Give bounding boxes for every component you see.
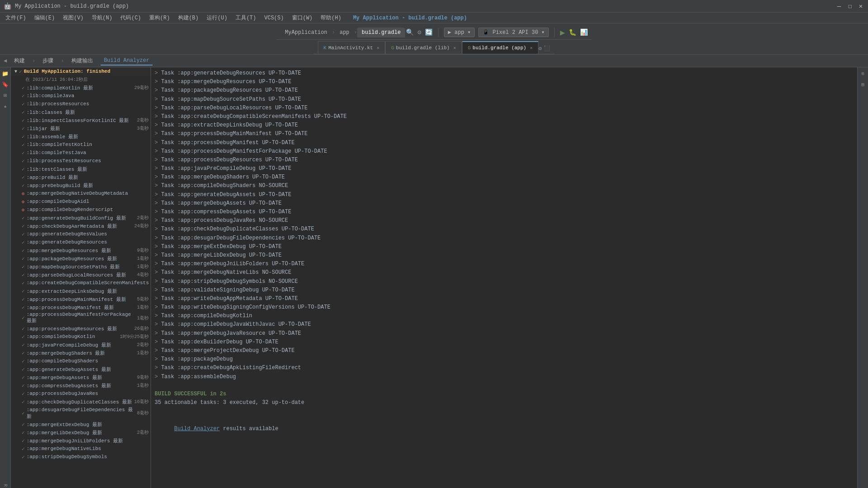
- list-item[interactable]: ✓ :app:desugarDebugFileDependencies 最新 8…: [11, 406, 151, 420]
- project-tab-app[interactable]: app: [335, 28, 354, 38]
- list-item[interactable]: ✓ :app:compileDebugKotlin 1时9分25毫秒: [11, 333, 151, 341]
- build-analyzer-tab[interactable]: Build Analyzer: [100, 56, 153, 66]
- tab-buildgradle-lib[interactable]: G build.gradle (lib) ✕: [385, 41, 462, 54]
- filter-icon[interactable]: ▤: [859, 80, 868, 89]
- menu-edit[interactable]: 编辑(E): [31, 13, 59, 23]
- list-item[interactable]: ✓ :lib:compileKotlin 最新 29毫秒: [11, 84, 151, 92]
- tab-buildgradle-app[interactable]: G build.gradle (app) ✕: [462, 41, 538, 54]
- list-item[interactable]: ✓ :app:parseDebugLocalResources 最新 4毫秒: [11, 271, 151, 279]
- menu-code[interactable]: 代码(C): [117, 13, 145, 23]
- run-button[interactable]: ▶: [560, 28, 565, 38]
- list-item[interactable]: ✓ :app:mergeDebugJniLibFolders 最新: [11, 436, 151, 445]
- minimize-button[interactable]: —: [835, 3, 843, 10]
- list-item[interactable]: ✓ :app:mergeDebugAssets 最新 9毫秒: [11, 373, 151, 381]
- list-item[interactable]: ✓ :app:generateDebugAssets 最新: [11, 365, 151, 373]
- list-item[interactable]: ⊗ :app:compileDebugRenderscript: [11, 206, 151, 214]
- list-item[interactable]: ✓ :app:packageDebugResources 最新 1毫秒: [11, 254, 151, 263]
- list-item[interactable]: ✓ :app:checkDebugAarMetadata 最新 24毫秒: [11, 222, 151, 230]
- list-item[interactable]: ✓ :app:preDebugBuild 最新: [11, 181, 151, 189]
- build-breadcrumb-run[interactable]: 构建: [10, 56, 28, 66]
- list-item[interactable]: ⊗ :app:compileDebugAidl: [11, 197, 151, 206]
- main-content: 📁 🔖 ⊞ ★ R ▼ ✓ Build MyApplication: finis…: [0, 67, 868, 488]
- debug-button[interactable]: 🐛: [569, 28, 576, 36]
- list-item[interactable]: ✓ :lib:testClasses 最新: [11, 165, 151, 173]
- list-item[interactable]: ✓ :app:mapDebugSourceSetPaths 最新 1毫秒: [11, 263, 151, 271]
- run-config-dropdown[interactable]: ▶ app ▾: [444, 28, 475, 37]
- structure-icon[interactable]: ⊞: [1, 91, 10, 100]
- panel-icon2[interactable]: ⬛: [543, 45, 550, 52]
- list-item[interactable]: ✓ :lib:compileTestJava: [11, 149, 151, 157]
- build-breadcrumb-output[interactable]: 构建输出: [68, 56, 97, 66]
- list-item[interactable]: ✓ :app:processDebugMainManifest 最新 5毫秒: [11, 295, 151, 303]
- device-dropdown[interactable]: 📱 Pixel 2 API 30 ▾: [478, 28, 548, 37]
- list-item[interactable]: ✓ :lib:compileJava: [11, 92, 151, 100]
- settings-icon[interactable]: ⚙: [417, 28, 421, 36]
- build-analyzer-link[interactable]: Build Analyzer: [174, 426, 220, 432]
- search-icon[interactable]: 🔍: [406, 28, 414, 36]
- bookmark-icon[interactable]: 🔖: [1, 80, 10, 89]
- tab-mainactivity[interactable]: K MainActivity.kt ✕: [318, 41, 386, 54]
- list-item[interactable]: ✓ :app:mergeDebugNativeLibs: [11, 445, 151, 453]
- project-tab-buildgradle[interactable]: build.gradle: [357, 28, 405, 38]
- list-item[interactable]: ✓ :app:processDebugManifest 最新 1毫秒: [11, 303, 151, 311]
- menu-nav[interactable]: 导航(N): [88, 13, 116, 23]
- list-item[interactable]: ⊗ :app:mergeDebugNativeDebugMetadata: [11, 189, 151, 197]
- list-item[interactable]: ✓ :app:createDebugCompatibleScreenManife…: [11, 279, 151, 287]
- list-item[interactable]: ✓ :app:mergeLibDexDebug 最新 2毫秒: [11, 428, 151, 436]
- menu-refactor[interactable]: 重构(R): [146, 13, 174, 23]
- list-item[interactable]: ✓ :app:processDebugManifestForPackage 最新…: [11, 311, 151, 324]
- build-header-item[interactable]: ▼ ✓ Build MyApplication: finished: [11, 67, 151, 75]
- console-output[interactable]: > Task :app:generateDebugResources UP-TO…: [151, 67, 857, 488]
- menu-view[interactable]: 视图(V): [59, 13, 87, 23]
- sync-icon[interactable]: 🔄: [425, 28, 433, 36]
- build-header-time: 在 2023/1/11 26:04:2秒后: [11, 75, 151, 84]
- list-item[interactable]: ✓ :app:javaPreCompileDebug 最新 2毫秒: [11, 341, 151, 349]
- list-item[interactable]: ✓ :app:compileDebugShaders: [11, 357, 151, 365]
- build-breadcrumb-steps[interactable]: 步骤: [39, 56, 57, 66]
- list-item[interactable]: ✓ :app:processDebugResources 最新 26毫秒: [11, 324, 151, 333]
- list-item[interactable]: ✓ :app:compressDebugAssets 最新 1毫秒: [11, 381, 151, 389]
- settings-panel-icon[interactable]: ⚙: [538, 45, 542, 52]
- console-line: > Task :app:checkDebugDuplicateClasses U…: [155, 225, 854, 234]
- list-item[interactable]: ✓ :app:mergeDebugShaders 最新 1毫秒: [11, 349, 151, 357]
- menu-run[interactable]: 运行(U): [203, 13, 231, 23]
- list-item[interactable]: ✓ :libjar 最新 3毫秒: [11, 124, 151, 132]
- list-item[interactable]: ✓ :lib:classes 最新: [11, 108, 151, 116]
- close-button[interactable]: ✕: [857, 3, 864, 10]
- list-item[interactable]: ✓ :app:preBuild 最新: [11, 173, 151, 181]
- profile-button[interactable]: 📊: [580, 28, 588, 36]
- list-item[interactable]: ✓ :app:generateDebugBuildConfig 最新 2毫秒: [11, 214, 151, 222]
- list-item[interactable]: ✓ :lib:processResources: [11, 100, 151, 108]
- maximize-button[interactable]: ☐: [846, 3, 854, 10]
- menu-window[interactable]: 窗口(W): [288, 13, 316, 23]
- project-icon[interactable]: 📁: [1, 69, 10, 78]
- tab-close-mainactivity[interactable]: ✕: [377, 45, 379, 51]
- list-item[interactable]: ✓ :app:extractDeepLinksDebug 最新: [11, 287, 151, 295]
- list-item[interactable]: ✓ :app:checkDebugDuplicateClasses 最新 16毫…: [11, 398, 151, 406]
- star-icon[interactable]: ★: [1, 102, 10, 111]
- menu-build[interactable]: 构建(B): [175, 13, 203, 23]
- list-item[interactable]: ✓ :app:mergeExtDexDebug 最新: [11, 420, 151, 428]
- left-sidebar: 📁 🔖 ⊞ ★ R: [0, 67, 11, 488]
- menu-vcs[interactable]: VCS(S): [260, 14, 287, 22]
- panel-controls-icon[interactable]: ⊞: [859, 69, 868, 78]
- console-empty-line2: [155, 407, 854, 416]
- menu-tools[interactable]: 工具(T): [232, 13, 260, 23]
- left-arrow[interactable]: ◀: [4, 57, 7, 64]
- list-item[interactable]: ✓ :app:stripDebugDebugSymbols: [11, 453, 151, 461]
- list-item[interactable]: ✓ :app:processDebugJavaRes: [11, 389, 151, 398]
- list-item[interactable]: ✓ :lib:compileTestKotlin: [11, 141, 151, 149]
- list-item[interactable]: ✓ :app:generateDebugResources: [11, 238, 151, 246]
- menu-help[interactable]: 帮助(H): [317, 13, 345, 23]
- tab-close-lib[interactable]: ✕: [453, 45, 456, 51]
- list-item[interactable]: ✓ :lib:assemble 最新: [11, 132, 151, 141]
- success-icon: ✓: [22, 296, 25, 302]
- list-item[interactable]: ✓ :lib:inspectClassesForKotlinIC 最新 2毫秒: [11, 116, 151, 124]
- menu-file[interactable]: 文件(F): [2, 13, 30, 23]
- tab-close-app[interactable]: ✕: [530, 45, 533, 51]
- project-tab-myapp[interactable]: MyApplication: [280, 28, 332, 38]
- list-item[interactable]: ✓ :lib:processTestResources: [11, 157, 151, 165]
- list-item[interactable]: ✓ :app:generateDebugResValues: [11, 230, 151, 238]
- resource-manager-icon[interactable]: R: [3, 482, 8, 488]
- list-item[interactable]: ✓ :app:mergeDebugResources 最新 9毫秒: [11, 246, 151, 254]
